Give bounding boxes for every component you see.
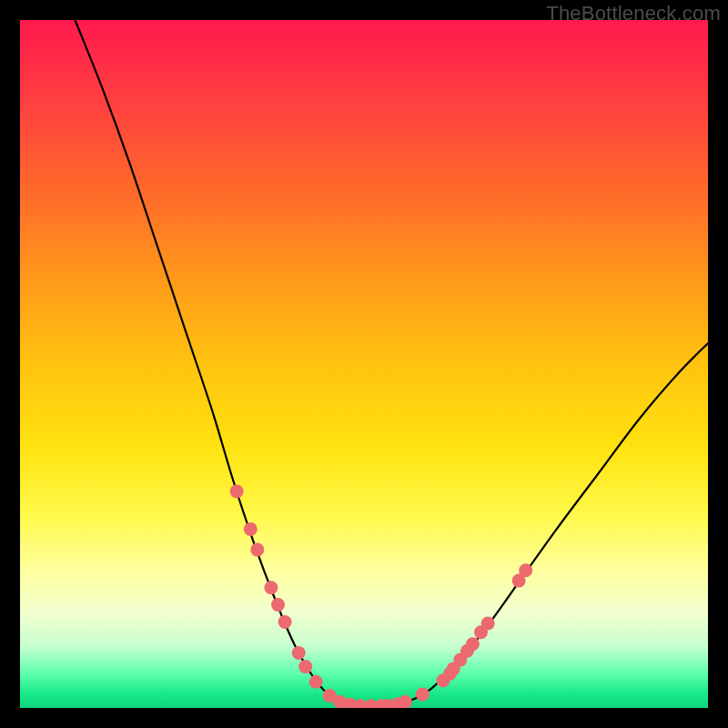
bottleneck-curve <box>75 20 708 707</box>
data-marker <box>309 675 323 689</box>
chart-svg <box>20 20 708 708</box>
data-marker <box>250 543 264 557</box>
data-marker <box>466 637 480 651</box>
data-marker <box>298 660 312 673</box>
data-marker <box>244 522 258 536</box>
data-marker <box>481 617 495 631</box>
data-marker <box>230 484 244 498</box>
data-marker <box>416 687 430 701</box>
data-marker <box>292 646 306 660</box>
data-marker <box>519 563 532 577</box>
data-marker <box>271 598 285 612</box>
chart-plot-area <box>20 20 708 708</box>
data-marker <box>278 615 292 629</box>
data-marker <box>264 581 278 594</box>
data-markers <box>230 484 533 708</box>
watermark-text: TheBottleneck.com <box>546 2 721 25</box>
data-marker <box>399 695 412 708</box>
